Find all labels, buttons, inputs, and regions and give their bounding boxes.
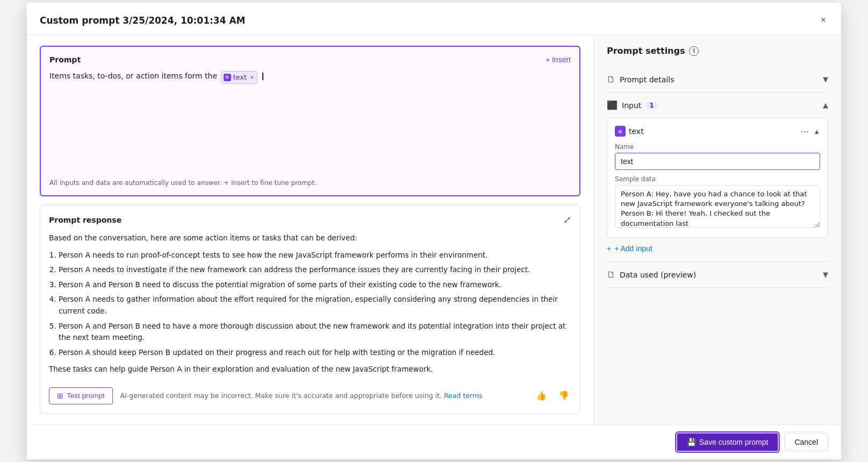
accordion-left: 🗋 Data used (preview) xyxy=(607,269,696,280)
modal: Custom prompt 3/25/2024, 10:01:34 AM × P… xyxy=(27,3,841,459)
modal-body: Prompt + Insert Items tasks, to-dos, or … xyxy=(27,35,841,424)
more-options-button[interactable]: ⋯ xyxy=(800,126,809,137)
add-input-label: + Add input xyxy=(614,244,652,253)
input-count-badge: 1 xyxy=(645,101,657,110)
list-item: Person A should keep Person B updated on… xyxy=(59,347,571,359)
prompt-label: Prompt xyxy=(49,55,81,64)
list-item: Person A needs to investigate if the new… xyxy=(59,264,571,276)
response-box: Prompt response ⤢ Based on the conversat… xyxy=(40,205,580,414)
save-icon: 💾 xyxy=(687,438,696,446)
info-icon[interactable]: i xyxy=(689,46,699,56)
prompt-box: Prompt + Insert Items tasks, to-dos, or … xyxy=(40,46,580,196)
response-header: Prompt response ⤢ xyxy=(49,214,571,226)
purple-icon: ⊙ xyxy=(615,126,626,137)
response-text: Based on the conversation, here are some… xyxy=(49,232,571,375)
close-button[interactable]: × xyxy=(818,12,828,28)
prompt-details-accordion: 🗋 Prompt details ▼ xyxy=(607,67,828,93)
accordion-left: ⬛ Input 1 xyxy=(607,100,658,110)
list-item: Person A and Person B need to discuss th… xyxy=(59,279,571,291)
add-input-button[interactable]: + + Add input xyxy=(607,244,652,253)
text-tag: ⊙ text × xyxy=(221,71,258,84)
input-header[interactable]: ⬛ Input 1 ▲ xyxy=(607,93,828,118)
cancel-button[interactable]: Cancel xyxy=(784,433,828,451)
response-label: Prompt response xyxy=(49,216,121,224)
prompt-details-icon: 🗋 xyxy=(607,74,615,84)
response-outro: These tasks can help guide Person A in t… xyxy=(49,364,571,375)
test-prompt-label: Test prompt xyxy=(67,392,105,400)
thumbs-up-button[interactable]: 👍 xyxy=(534,388,549,403)
name-field-label: Name xyxy=(615,143,820,151)
input-accordion: ⬛ Input 1 ▲ ⊙ text xyxy=(607,93,828,262)
response-intro: Based on the conversation, here are some… xyxy=(49,232,571,244)
panel-title: Prompt settings i xyxy=(607,46,828,56)
input-card-label: text xyxy=(629,127,644,136)
data-used-chevron: ▼ xyxy=(823,271,828,279)
right-panel: Prompt settings i 🗋 Prompt details ▼ ⬛ xyxy=(594,35,841,424)
text-tag-close-button[interactable]: × xyxy=(249,74,254,81)
cursor xyxy=(262,73,263,80)
read-terms-link[interactable]: Read terms xyxy=(444,392,483,400)
data-used-header[interactable]: 🗋 Data used (preview) ▼ xyxy=(607,262,828,287)
text-tag-label: text xyxy=(233,72,247,83)
input-icon: ⬛ xyxy=(607,100,618,110)
prompt-content: Items tasks, to-dos, or action items for… xyxy=(49,70,571,173)
prompt-details-chevron: ▼ xyxy=(823,75,828,83)
prompt-text-before: Items tasks, to-dos, or action items for… xyxy=(49,72,217,80)
add-input-icon: + xyxy=(607,244,611,253)
bottom-bar: ⊞ Test prompt AI-generated content may b… xyxy=(49,381,571,404)
input-expanded: ⊙ text ⋯ ▲ Name Sample data Person A: He… xyxy=(607,118,828,261)
modal-title: Custom prompt 3/25/2024, 10:01:34 AM xyxy=(40,15,245,26)
sample-data-textarea[interactable]: Person A: Hey, have you had a chance to … xyxy=(615,185,820,228)
input-card-title: ⊙ text xyxy=(615,126,644,137)
collapse-card-button[interactable]: ▲ xyxy=(813,127,820,136)
prompt-hint: All inputs and data are automatically us… xyxy=(49,179,571,187)
input-chevron: ▲ xyxy=(823,101,828,109)
input-card-header: ⊙ text ⋯ ▲ xyxy=(615,126,820,137)
card-actions: ⋯ ▲ xyxy=(800,126,820,137)
test-prompt-button[interactable]: ⊞ Test prompt xyxy=(49,387,113,404)
response-list: Person A needs to run proof-of-concept t… xyxy=(49,250,571,359)
sample-field-label: Sample data xyxy=(615,175,820,183)
data-used-accordion: 🗋 Data used (preview) ▼ xyxy=(607,262,828,288)
save-custom-prompt-button[interactable]: 💾 Save custom prompt xyxy=(676,432,779,452)
input-card: ⊙ text ⋯ ▲ Name Sample data Person A: He… xyxy=(607,118,828,238)
data-used-label: Data used (preview) xyxy=(620,271,696,279)
list-item: Person A needs to gather information abo… xyxy=(59,294,571,317)
list-item: Person A and Person B need to have a mor… xyxy=(59,321,571,344)
expand-button[interactable]: ⤢ xyxy=(563,214,571,226)
test-prompt-icon: ⊞ xyxy=(57,392,63,400)
save-label: Save custom prompt xyxy=(699,438,768,446)
ai-disclaimer: AI-generated content may be incorrect. M… xyxy=(120,392,526,400)
data-used-icon: 🗋 xyxy=(607,269,615,280)
input-label: Input xyxy=(622,101,641,110)
text-tag-icon: ⊙ xyxy=(224,74,231,81)
prompt-details-header[interactable]: 🗋 Prompt details ▼ xyxy=(607,67,828,92)
modal-footer: 💾 Save custom prompt Cancel xyxy=(27,424,841,459)
insert-button[interactable]: + Insert xyxy=(546,55,571,64)
list-item: Person A needs to run proof-of-concept t… xyxy=(59,250,571,261)
thumbs-down-button[interactable]: 👎 xyxy=(556,388,571,403)
prompt-box-header: Prompt + Insert xyxy=(49,55,571,64)
left-panel: Prompt + Insert Items tasks, to-dos, or … xyxy=(27,35,594,424)
prompt-details-label: Prompt details xyxy=(620,75,674,84)
name-field-input[interactable] xyxy=(615,153,820,170)
accordion-left: 🗋 Prompt details xyxy=(607,74,674,84)
modal-header: Custom prompt 3/25/2024, 10:01:34 AM × xyxy=(27,3,841,35)
